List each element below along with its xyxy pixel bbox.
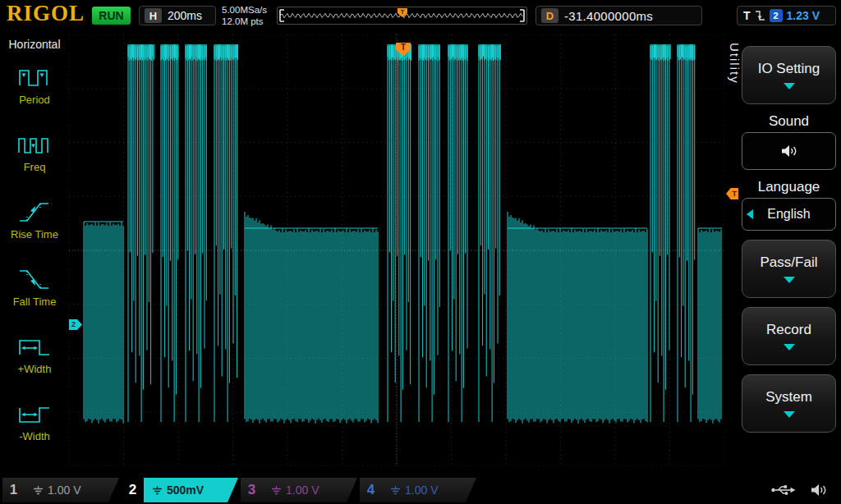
channel-number: 3	[241, 478, 263, 502]
channel-scale: 1.00 V	[405, 483, 438, 497]
timebase-value: 200ms	[168, 9, 202, 22]
main-area: Horizontal Period Freq	[0, 31, 841, 476]
sidebar-item-plus-width[interactable]: +Width	[0, 320, 69, 387]
menu-button-label: System	[765, 389, 812, 405]
usb-icon	[770, 483, 797, 497]
sample-rate-info: 5.00MSa/s 12.0M pts	[222, 4, 267, 27]
channel-number: 1	[2, 478, 25, 502]
menu-title-utility: Utility	[728, 43, 742, 85]
menu-button-label: Pass/Fail	[761, 254, 818, 271]
trigger-source-badge: 2	[770, 9, 783, 22]
sidebar-item-fall-time[interactable]: Fall Time	[0, 253, 69, 320]
rise-time-icon	[16, 198, 53, 226]
sidebar-item-label: +Width	[18, 363, 52, 375]
sidebar-item-label: Fall Time	[13, 296, 57, 308]
horizontal-label-chip: H	[145, 8, 162, 23]
run-status-badge: RUN	[92, 7, 131, 25]
language-value: English	[767, 207, 810, 222]
menu-button-pass-fail[interactable]: Pass/Fail	[742, 240, 836, 298]
delay-label-chip: D	[541, 8, 558, 23]
coupling-icon	[270, 485, 283, 495]
chevron-down-icon	[784, 344, 795, 351]
chevron-down-icon	[784, 411, 795, 418]
plus-width-icon	[16, 332, 53, 360]
coupling-icon	[32, 485, 44, 495]
channel-button-1[interactable]: 1 1.00 V	[2, 478, 119, 502]
trigger-label: T	[743, 9, 751, 22]
speaker-icon	[780, 144, 798, 158]
status-icons	[770, 483, 828, 497]
channel-number: 4	[360, 478, 382, 502]
menu-button-language[interactable]: Language English	[742, 179, 836, 231]
svg-text:T: T	[401, 8, 405, 16]
channel-button-3[interactable]: 3 1.00 V	[241, 478, 357, 502]
chevron-down-icon	[784, 83, 795, 89]
menu-button-label: Language	[742, 179, 836, 195]
channel-button-2[interactable]: 2 500mV	[122, 478, 238, 502]
channel-scale: 500mV	[167, 483, 204, 497]
sidebar-item-label: Rise Time	[11, 228, 58, 241]
sidebar-item-label: Freq	[24, 161, 46, 173]
menu-button-io-setting[interactable]: IO Setting	[742, 46, 836, 104]
channel-number: 2	[122, 478, 144, 502]
channel-button-4[interactable]: 4 1.00 V	[360, 478, 476, 502]
menu-button-label: Record	[766, 322, 811, 338]
top-bar: RIGOL RUN H 200ms 5.00MSa/s 12.0M pts T …	[0, 0, 841, 31]
menu-button-record[interactable]: Record	[742, 307, 836, 365]
right-menu-utility: IO Setting Sound Language English	[742, 31, 836, 476]
trigger-level-marker[interactable]: T	[726, 188, 738, 199]
channel-scale: 1.00 V	[286, 483, 319, 497]
delay-box: D -31.4000000ms	[535, 6, 702, 25]
period-icon	[16, 63, 53, 91]
coupling-icon	[389, 485, 402, 495]
freq-icon	[16, 131, 53, 158]
left-menu-horizontal: Horizontal Period Freq	[0, 31, 69, 476]
sidebar-item-label: -Width	[19, 430, 50, 442]
sidebar-item-period[interactable]: Period	[0, 51, 69, 118]
menu-button-system[interactable]: System	[742, 374, 836, 433]
memory-depth-value: 12.0M pts	[222, 16, 267, 27]
sidebar-item-freq[interactable]: Freq	[0, 118, 69, 186]
channel-bar: 1 1.00 V 2 500mV 3 1.00 V 4 1.00 V	[0, 476, 841, 504]
sidebar-item-label: Period	[19, 94, 50, 106]
sidebar-item-minus-width[interactable]: -Width	[0, 387, 69, 455]
sample-rate-value: 5.00MSa/s	[222, 4, 267, 16]
channel-scale: 1.00 V	[48, 483, 80, 497]
menu-button-label: Sound	[742, 113, 836, 130]
channel2-waveform	[69, 34, 724, 466]
sound-value-box	[742, 132, 836, 170]
oscilloscope-screen: RIGOL RUN H 200ms 5.00MSa/s 12.0M pts T …	[0, 0, 841, 504]
trigger-level-value: 1.23 V	[787, 9, 820, 22]
language-value-box: English	[742, 198, 836, 231]
horizontal-position-strip[interactable]: T	[277, 7, 527, 25]
waveform-display: T 2 T	[69, 34, 724, 466]
speaker-icon	[810, 483, 828, 497]
minus-width-icon	[16, 400, 53, 428]
rigol-logo: RIGOL	[7, 1, 85, 26]
chevron-down-icon	[784, 277, 795, 283]
trigger-edge-icon	[755, 9, 765, 22]
trigger-info-box: T 2 1.23 V	[737, 6, 836, 25]
menu-button-sound[interactable]: Sound	[742, 113, 836, 170]
coupling-icon	[151, 485, 163, 495]
delay-value: -31.4000000ms	[564, 9, 653, 23]
menu-title-horizontal: Horizontal	[0, 38, 69, 51]
horizontal-timebase-box: H 200ms	[139, 6, 216, 25]
arrow-left-icon	[747, 209, 753, 219]
fall-time-icon	[16, 265, 53, 293]
sidebar-item-rise-time[interactable]: Rise Time	[0, 186, 69, 253]
menu-button-label: IO Setting	[758, 61, 820, 77]
trigger-position-flag-icon[interactable]: T	[398, 8, 407, 17]
